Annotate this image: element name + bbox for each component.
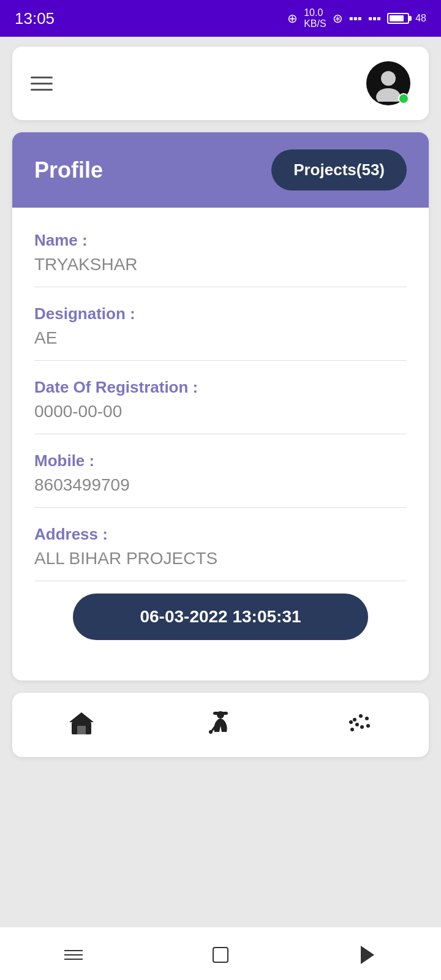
battery-icon <box>387 13 409 24</box>
field-name: Name : TRYAKSHAR <box>34 214 407 287</box>
svg-marker-3 <box>69 712 94 722</box>
field-registration-date-label: Date Of Registration : <box>34 378 407 397</box>
nav-item-analytics[interactable] <box>334 704 385 746</box>
profile-header: Profile Projects(53) <box>12 132 429 208</box>
header-card <box>12 47 429 120</box>
field-designation: Designation : AE <box>34 287 407 361</box>
sys-menu-icon <box>64 950 83 960</box>
nav-item-home[interactable] <box>56 704 107 746</box>
svg-point-14 <box>359 714 363 718</box>
timestamp-container: 06-03-2022 13:05:31 <box>34 581 407 662</box>
status-icons: ⊕ 10.0KB/S ⊛ ▪▪▪ ▪▪▪ 48 <box>287 7 426 29</box>
field-name-value: TRYAKSHAR <box>34 255 407 274</box>
field-registration-date: Date Of Registration : 0000-00-00 <box>34 361 407 434</box>
sys-nav-home[interactable] <box>205 940 236 970</box>
svg-rect-4 <box>77 726 86 734</box>
system-nav <box>0 927 441 980</box>
sys-nav-menu[interactable] <box>58 940 89 970</box>
field-designation-label: Designation : <box>34 304 407 323</box>
projects-button[interactable]: Projects(53) <box>271 149 407 190</box>
svg-point-15 <box>366 724 370 728</box>
online-status-dot <box>398 93 409 104</box>
wifi-icon: ⊛ <box>333 11 343 26</box>
data-speed: 10.0KB/S <box>304 7 326 29</box>
avatar-container[interactable] <box>366 61 410 105</box>
field-name-label: Name : <box>34 231 407 250</box>
analytics-icon <box>346 709 373 741</box>
field-mobile-value: 8603499709 <box>34 475 407 495</box>
sys-home-icon <box>213 947 228 963</box>
field-registration-date-value: 0000-00-00 <box>34 402 407 421</box>
svg-point-1 <box>376 88 401 102</box>
field-mobile-label: Mobile : <box>34 451 407 470</box>
svg-rect-6 <box>213 712 228 715</box>
signal-icon-1: ▪▪▪ <box>349 12 362 26</box>
field-address: Address : ALL BIHAR PROJECTS <box>34 508 407 581</box>
status-bar: 13:05 ⊕ 10.0KB/S ⊛ ▪▪▪ ▪▪▪ 48 <box>0 0 441 37</box>
svg-point-13 <box>353 718 356 722</box>
field-address-label: Address : <box>34 525 407 544</box>
svg-point-0 <box>381 71 396 86</box>
field-mobile: Mobile : 8603499709 <box>34 434 407 508</box>
home-icon <box>68 709 95 741</box>
worker-icon <box>207 709 234 741</box>
menu-button[interactable] <box>31 77 53 91</box>
svg-point-12 <box>365 717 369 720</box>
bluetooth-icon: ⊕ <box>287 11 298 26</box>
svg-point-16 <box>349 720 353 724</box>
bottom-nav <box>12 693 429 757</box>
sys-nav-back[interactable] <box>352 940 383 970</box>
profile-fields: Name : TRYAKSHAR Designation : AE Date O… <box>12 208 429 680</box>
field-address-value: ALL BIHAR PROJECTS <box>34 549 407 568</box>
nav-item-work[interactable] <box>195 704 246 746</box>
battery-level: 48 <box>415 13 426 24</box>
profile-section: Profile Projects(53) Name : TRYAKSHAR De… <box>12 132 429 680</box>
timestamp-button[interactable]: 06-03-2022 13:05:31 <box>73 594 368 640</box>
status-time: 13:05 <box>15 9 55 28</box>
sys-back-icon <box>361 946 374 964</box>
svg-point-11 <box>360 725 364 729</box>
signal-icon-2: ▪▪▪ <box>368 12 381 26</box>
profile-tab-label[interactable]: Profile <box>34 157 103 183</box>
field-designation-value: AE <box>34 328 407 348</box>
svg-point-10 <box>355 723 359 726</box>
svg-point-8 <box>209 730 213 734</box>
svg-point-9 <box>350 728 354 731</box>
